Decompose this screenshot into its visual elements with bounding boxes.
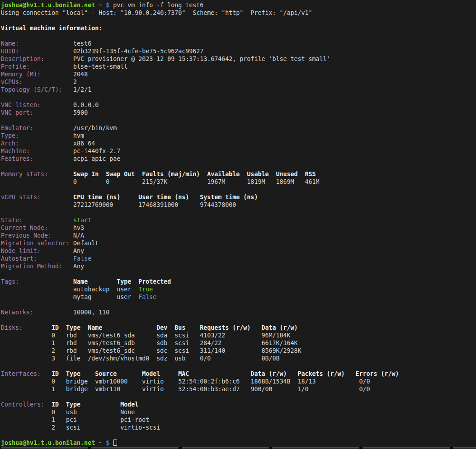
field-value: test6 — [73, 40, 91, 47]
field-value: Default — [73, 240, 99, 247]
controller-row-1: 1 pci pci-root — [1, 416, 476, 424]
vm-uuid-row: UUID: 02b3239f-135f-4cfe-be75-5c962ac996… — [1, 47, 476, 55]
field-label: Tags: — [1, 278, 73, 285]
field-label: Topology (S/C/T): — [1, 86, 73, 93]
vm-memory-row: Memory (M): 2048 — [1, 70, 476, 78]
disk-row-0: 0 rbd vms/test6_sda sda scsi 4103/22 96M… — [1, 332, 476, 339]
controllers-header-row: Controllers: ID Type Model — [1, 401, 476, 408]
field-value: pc-i440fx-2.7 — [73, 148, 120, 154]
field-label: Memory (M): — [1, 71, 73, 78]
terminal-cursor — [113, 440, 117, 446]
field-value: 02b3239f-135f-4cfe-be75-5c962ac99627 — [73, 48, 203, 55]
field-value: 5900 — [73, 109, 88, 116]
field-value: 0.0.0.0 — [73, 102, 99, 108]
taskbar-window-button[interactable] — [453, 447, 476, 449]
terminal-output[interactable]: joshua@hv1.t.u.bonilan.net ~ $ pvc vm in… — [0, 0, 476, 447]
field-label: vCPUs: — [1, 79, 73, 85]
field-value: 2 — [73, 79, 77, 85]
features-row: Features: acpi apic pae — [1, 155, 476, 163]
field-label: Memory stats: — [1, 171, 73, 178]
table-values: 1 pci pci-root — [52, 416, 149, 423]
field-label: vCPU stats: — [1, 194, 73, 201]
networks-row: Networks: 10000, 110 — [1, 309, 476, 316]
prompt-dollar: $ — [106, 2, 109, 9]
interface-row-0: 0 bridge vmbr10000 virtio 52:54:00:2f:b6… — [1, 378, 476, 385]
taskbar-window-button[interactable] — [91, 447, 179, 449]
machine-row: Machine: pc-i440fx-2.7 — [1, 147, 476, 155]
taskbar-window-button[interactable] — [182, 447, 269, 449]
memory-stats-header-row: Memory stats: Swap In Swap Out Faults (m… — [1, 170, 476, 178]
vm-description-row: Description: PVC provisioner @ 2023-12-0… — [1, 55, 476, 63]
field-value: blse-test-small — [73, 63, 127, 70]
arch-row: Arch: x86_64 — [1, 140, 476, 147]
blank-line — [1, 117, 476, 124]
taskbar-window-button[interactable] — [272, 447, 359, 449]
field-label: VNC port: — [1, 109, 73, 116]
taskbar — [0, 447, 476, 449]
blank-line — [1, 209, 476, 216]
field-label: Controllers: — [1, 401, 52, 408]
migration-selector-row: Migration selector: Default — [1, 239, 476, 247]
field-label: Emulator: — [1, 125, 73, 131]
entered-command: pvc vm info -f long test6 — [109, 2, 203, 9]
disk-row-1: 1 rbd vms/test6_sdb sdb scsi 284/22 6617… — [1, 339, 476, 347]
prompt-cwd: ~ — [95, 440, 106, 446]
table-values: 3 file /dev/shm/vhostmd0 sdz usb 0/0 0B/… — [52, 355, 279, 362]
tag-protected-value: True — [138, 286, 153, 293]
field-label: State: — [1, 217, 73, 224]
field-label: Machine: — [1, 148, 73, 154]
table-values: 0 0 215/37K 1967M 1819M 1869M 461M — [73, 178, 319, 185]
taskbar-window-button[interactable] — [1, 447, 88, 449]
tags-header-row: Tags: Name Type Protected — [1, 278, 476, 285]
field-value: PVC provisioner @ 2023-12-09 15:37:13.67… — [73, 56, 330, 62]
table-header: ID Type Model — [52, 401, 138, 408]
field-label: Disks: — [1, 324, 52, 331]
tag-row-autobackup: autobackup user True — [1, 285, 476, 293]
field-value: acpi apic pae — [73, 155, 120, 162]
field-label: Autostart: — [1, 255, 73, 262]
field-label: Migration selector: — [1, 240, 73, 247]
indent — [1, 424, 52, 431]
state-row: State: start — [1, 216, 476, 224]
taskbar-window-button[interactable] — [363, 447, 450, 449]
field-label: Interfaces: — [1, 370, 52, 377]
vnc-port-row: VNC port: 5900 — [1, 109, 476, 117]
autostart-value: False — [73, 255, 91, 262]
field-value: hv3 — [73, 224, 84, 231]
field-label: Networks: — [1, 309, 73, 316]
field-value: 10000, 110 — [73, 309, 109, 316]
blank-line — [1, 186, 476, 193]
field-value: x86_64 — [73, 140, 95, 147]
controller-row-2: 2 scsi virtio-scsi — [1, 424, 476, 431]
field-value: Any — [73, 248, 84, 254]
disk-row-2: 2 rbd vms/test6_sdc sdc scsi 311/140 856… — [1, 347, 476, 355]
field-label: Current Node: — [1, 224, 73, 231]
table-values: 2 scsi virtio-scsi — [52, 424, 160, 431]
indent — [1, 332, 52, 339]
table-header: Name Type Protected — [73, 278, 171, 285]
interfaces-header-row: Interfaces: ID Type Source Model MAC Dat… — [1, 370, 476, 378]
blank-line — [1, 32, 476, 40]
prompt-space — [109, 440, 113, 446]
prompt-dollar: $ — [106, 440, 109, 446]
field-label: Features: — [1, 155, 73, 162]
prompt-cwd: ~ — [95, 2, 106, 9]
node-limit-row: Node limit: Any — [1, 247, 476, 255]
table-values: 0 rbd vms/test6_sda sda scsi 4103/22 96M… — [52, 332, 290, 339]
field-value: N/A — [73, 232, 84, 239]
disk-row-3: 3 file /dev/shm/vhostmd0 sdz usb 0/0 0B/… — [1, 355, 476, 362]
blank-line — [1, 362, 476, 370]
migration-method-row: Migration Method: Any — [1, 262, 476, 270]
blank-line — [1, 17, 476, 24]
table-values: 0 bridge vmbr10000 virtio 52:54:00:2f:b6… — [52, 378, 370, 385]
field-label: Previous Node: — [1, 232, 73, 239]
table-header: ID Type Name Dev Bus Requests (r/w) Data… — [52, 324, 297, 331]
table-values: 2 rbd vms/test6_sdc sdc scsi 311/140 856… — [52, 347, 301, 354]
field-value: 2048 — [73, 71, 88, 78]
tag-name-type: mytag user — [73, 294, 138, 300]
connection-info-line: Using connection "local" - Host: "10.90.… — [1, 9, 476, 17]
blank-line — [1, 431, 476, 439]
shell-prompt-line: joshua@hv1.t.u.bonilan.net ~ $ — [1, 439, 476, 447]
indent — [1, 347, 52, 354]
field-value: /usr/bin/kvm — [73, 125, 117, 131]
